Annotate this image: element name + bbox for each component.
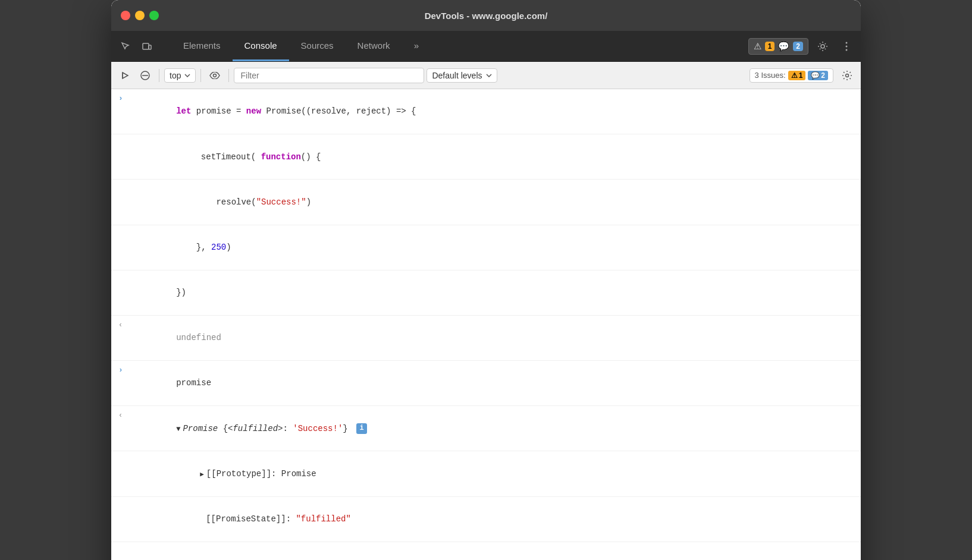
console-line-9: ▶[[Prototype]]: Promise xyxy=(111,451,861,496)
tabs-center: Elements Console Sources Network » xyxy=(171,31,748,61)
console-line-6: ‹ undefined xyxy=(111,316,861,361)
filter-input[interactable] xyxy=(234,68,424,83)
console-line-11: [[PromiseResult]]: "Success!" xyxy=(111,542,861,560)
console-line-8: ‹ ▼Promise {<fulfilled>: 'Success!'} i xyxy=(111,406,861,451)
issues-badge[interactable]: ⚠ 1 💬 2 xyxy=(748,38,808,55)
issues-info-count: 2 xyxy=(793,42,803,51)
console-line-2: setTimeout( function() { xyxy=(111,134,861,180)
svg-point-11 xyxy=(846,74,849,77)
svg-point-10 xyxy=(214,74,217,77)
devtools-window: DevTools - www.google.com/ Elements xyxy=(111,0,861,560)
tabs-toolbar-right: ⚠ 1 💬 2 xyxy=(748,31,856,61)
svg-marker-6 xyxy=(123,73,128,78)
console-line-3: resolve("Success!") xyxy=(111,180,861,225)
info-icon[interactable]: i xyxy=(356,423,367,434)
window-title: DevTools - www.google.com/ xyxy=(425,11,548,21)
tab-network[interactable]: Network xyxy=(346,31,402,61)
console-line-10: [[PromiseState]]: "fulfilled" xyxy=(111,497,861,542)
maximize-button[interactable] xyxy=(149,11,159,20)
inspect-element-button[interactable] xyxy=(116,37,135,56)
titlebar: DevTools - www.google.com/ xyxy=(111,0,861,31)
svg-rect-1 xyxy=(149,45,151,49)
console-line-4: }, 250) xyxy=(111,225,861,270)
toolbar-divider-1 xyxy=(159,69,159,82)
toolbar-info-badge: 💬2 xyxy=(808,71,828,80)
top-selector[interactable]: top xyxy=(164,68,196,83)
tab-sources[interactable]: Sources xyxy=(289,31,346,61)
close-button[interactable] xyxy=(121,11,130,20)
levels-selector[interactable]: Default levels xyxy=(427,68,497,83)
console-area: › let promise = new Promise((resolve, re… xyxy=(111,89,861,560)
console-line-1: › let promise = new Promise((resolve, re… xyxy=(111,89,861,134)
tab-console[interactable]: Console xyxy=(233,31,289,61)
console-line-7: › promise xyxy=(111,361,861,406)
more-options-button[interactable] xyxy=(837,37,856,56)
clear-button[interactable] xyxy=(136,67,154,84)
toolbar-divider-2 xyxy=(200,69,201,82)
minimize-button[interactable] xyxy=(135,11,145,20)
svg-point-5 xyxy=(846,49,848,51)
device-toggle-button[interactable] xyxy=(137,37,156,56)
svg-rect-0 xyxy=(143,43,149,49)
toolbar-warning-badge: ⚠1 xyxy=(788,71,806,80)
tabs-bar: Elements Console Sources Network » ⚠ 1 💬… xyxy=(111,31,861,62)
console-settings-button[interactable] xyxy=(838,67,856,84)
tab-elements[interactable]: Elements xyxy=(171,31,233,61)
traffic-lights xyxy=(121,11,159,20)
issues-toolbar-badge[interactable]: 3 Issues: ⚠1 💬2 xyxy=(750,68,833,83)
toolbar-right: 3 Issues: ⚠1 💬2 xyxy=(750,67,856,84)
svg-point-2 xyxy=(821,45,824,48)
svg-point-4 xyxy=(846,45,848,47)
console-line-5: }) xyxy=(111,270,861,316)
svg-point-3 xyxy=(846,42,848,43)
toolbar-divider-3 xyxy=(228,69,229,82)
eye-button[interactable] xyxy=(206,67,224,84)
execute-button[interactable] xyxy=(116,67,134,84)
issues-warning-count: 1 xyxy=(765,42,775,51)
settings-button[interactable] xyxy=(813,37,832,56)
tabs-toolbar-left xyxy=(116,31,167,61)
console-toolbar: top Default levels 3 Issues: ⚠1 💬2 xyxy=(111,62,861,89)
tab-more[interactable]: » xyxy=(402,31,431,61)
